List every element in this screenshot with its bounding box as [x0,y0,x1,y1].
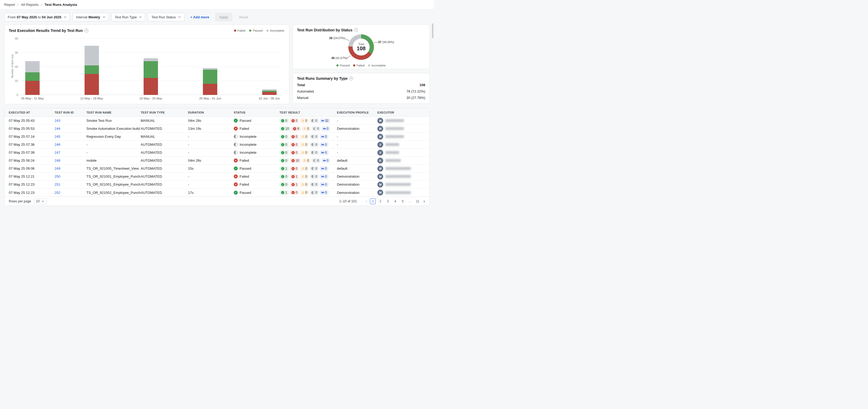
filter-bar: From 07 May 2025 to 04 Jun 2025 Interval… [4,13,430,21]
scrollbar-thumb[interactable] [432,23,433,38]
test-run-id-link[interactable]: 247 [55,151,60,155]
skipped-count: 0 [325,151,327,155]
incomplete-count: 0 [317,127,319,131]
fast-forward-icon: ▶▶ [321,191,324,194]
warning-triangle-icon: ⚠ [302,183,304,186]
cell-test-run-type: MANUAL [141,134,188,138]
test-run-id-link[interactable]: 243 [55,119,60,123]
cell-executed-at: 07 May 25 12:23 [9,191,55,195]
apply-button[interactable]: Apply [215,13,232,21]
half-circle-icon [311,151,314,154]
test-run-id-link[interactable]: 250 [55,175,60,179]
rows-per-page-label: Rows per page [9,199,31,203]
cell-test-run-id: 248 [55,158,86,162]
chevron-down-icon [178,16,181,18]
bar-group-5 [262,38,277,95]
summary-panel-title: Test Runs Summary by Type i [297,76,425,81]
test-run-id-link[interactable]: 244 [55,127,60,131]
test-run-id-link[interactable]: 249 [55,166,60,170]
trend-xaxis: 05 May - 11 May12 May - 18 May19 May - 2… [21,95,282,101]
info-icon[interactable]: i [85,29,88,32]
test-run-type-text: AUTOMATED [141,143,162,147]
passed-count: 0 [285,159,287,162]
half-circle-icon [313,159,316,162]
callout-failed-value: 45 [331,56,335,60]
duration-text: - [188,182,189,186]
info-icon[interactable]: i [354,28,358,32]
test-run-id-link[interactable]: 251 [55,182,60,186]
x-circle-icon: ✕ [291,143,294,146]
skipped-count-badge: ▶▶0 [320,142,329,147]
cell-duration: 17s [188,191,234,195]
rows-per-page-select[interactable]: 10 [33,198,46,204]
executed-at-text: 07 May 25 08:24 [9,158,35,162]
half-circle-icon [311,175,314,178]
test-run-id-link[interactable]: 252 [55,191,60,195]
incomplete-count-badge: 0 [310,174,319,179]
add-more-button[interactable]: + Add more [189,15,210,19]
date-range-prefix: From [8,15,16,19]
passed-count-badge: ✓0 [279,118,289,123]
chevron-down-icon [41,200,44,202]
test-run-id-link[interactable]: 245 [55,134,60,138]
page-button-2[interactable]: 2 [377,198,383,204]
bar-segment-passed [144,61,158,78]
status-icon: ✕ [234,127,238,131]
breadcrumb-report[interactable]: Report [4,3,15,7]
page-button-5[interactable]: 5 [400,198,406,204]
warning-triangle-icon: ⚠ [302,167,304,170]
x-circle-icon: ✕ [293,127,296,130]
next-page-icon[interactable]: › [422,199,426,203]
test-run-name-text: mobile [86,158,96,162]
warning-count: 0 [307,159,309,162]
donut-legend-item-passed: Passed [336,64,350,67]
x-circle-icon: ✕ [291,183,294,186]
cell-duration: 13m 19s [188,127,234,131]
status-icon [234,134,238,138]
date-range-filter[interactable]: From 07 May 2025 to 04 Jun 2025 [4,13,70,21]
previous-page-icon[interactable]: ‹ [364,199,369,203]
skipped-count: 0 [327,127,329,131]
legend-item-passed: Passed [249,29,262,32]
status-icon: ✕ [234,175,238,179]
executor-avatar: M [377,182,383,187]
info-icon[interactable]: i [349,76,353,80]
callout-passed-value: 37 [378,40,381,43]
skipped-count: 0 [325,183,327,186]
cell-duration: - [188,175,234,179]
cell-executor: M [377,190,426,195]
page-button-1[interactable]: 1 [370,198,376,204]
page-button-3[interactable]: 3 [385,198,391,204]
summary-rows: Total108Automated78 (72.22%)Manual30 (27… [297,83,425,100]
page-button-4[interactable]: 4 [392,198,398,204]
test-run-id-link[interactable]: 248 [55,158,60,162]
reset-button[interactable]: Reset [238,15,250,19]
page-button-11[interactable]: 11 [414,198,421,204]
failed-count: 10 [296,159,299,162]
test-run-status-label: Test Run Status [151,15,176,19]
x-circle-icon: ✕ [291,119,294,122]
test-run-id-link[interactable]: 246 [55,143,60,147]
cell-executor: M [377,182,426,187]
callout-passed-pct: (34.26%) [382,40,394,43]
bar-segment-passed [25,72,40,81]
fast-forward-icon: ▶▶ [323,160,326,162]
test-run-status-filter[interactable]: Test Run Status [148,13,184,21]
bar-segment-incomplete [144,58,158,61]
execution-profile-text: Demonstration [337,127,360,131]
cell-test-run-type: AUTOMATED [141,143,188,147]
passed-count-badge: ✓0 [279,174,289,179]
cell-status: ✕ Failed [234,127,279,131]
pagination: ‹ 12345...11 › [364,198,426,204]
interval-filter[interactable]: Interval Weekly [72,13,109,21]
cell-status: ✕ Failed [234,182,279,186]
table-footer: Rows per page 10 1–10 of 101 ‹ 12345...1… [4,196,430,206]
cell-executed-at: 07 May 25 07:38 [9,143,55,147]
date-range-text: From 07 May 2025 to 04 Jun 2025 [8,15,61,19]
warning-count-badge: ⚠0 [300,190,309,195]
chevron-down-icon [139,16,142,18]
breadcrumb-all-reports[interactable]: All Reports [21,3,38,7]
test-run-type-text: AUTOMATED [141,158,162,162]
test-run-type-filter[interactable]: Test Run Type [112,13,146,21]
status-text: Incomplete [240,134,257,138]
